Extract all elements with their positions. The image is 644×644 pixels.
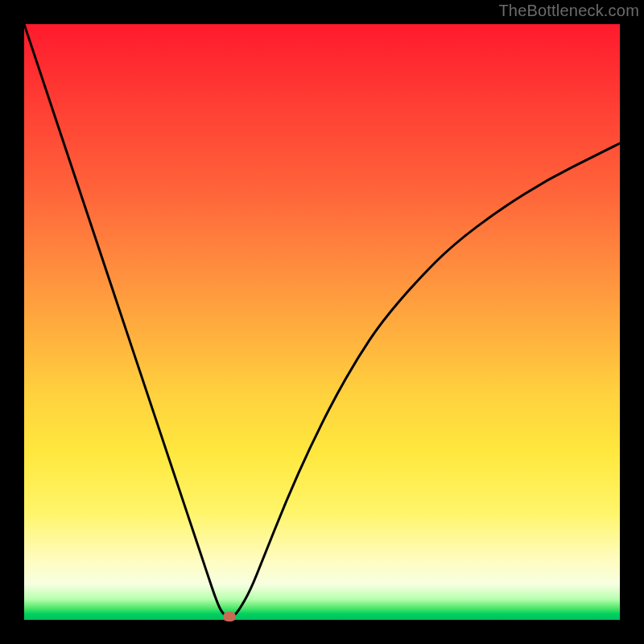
plot-area xyxy=(24,24,620,620)
optimum-marker xyxy=(223,612,236,621)
attribution-label: TheBottleneck.com xyxy=(498,2,639,20)
chart-frame: TheBottleneck.com xyxy=(0,0,644,644)
bottleneck-curve xyxy=(24,24,620,620)
